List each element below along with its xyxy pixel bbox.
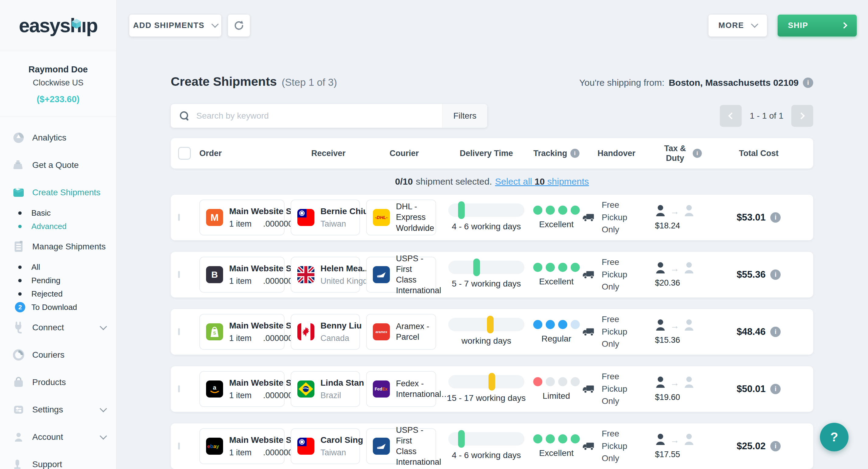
- receiver-card[interactable]: Linda Stan Brazil: [291, 371, 360, 407]
- total-cost: $25.02: [737, 441, 766, 452]
- add-shipments-button[interactable]: ADD SHIPMENTS: [129, 14, 221, 36]
- table-header: OrderReceiverCourierDelivery TimeTrackin…: [171, 138, 813, 168]
- header-checkbox-cell: [178, 147, 199, 160]
- receiver-card[interactable]: Benny Liu Canada: [291, 314, 360, 350]
- sidebar-item-account[interactable]: Account: [0, 423, 116, 451]
- search-input[interactable]: [196, 111, 442, 121]
- courier-card[interactable]: USPS - First Class International: [366, 428, 436, 464]
- bag-icon: [11, 375, 26, 389]
- tax-duty-cell: → $19.60: [651, 376, 712, 402]
- order-card[interactable]: a Main Website St… 1 item.0000002: [199, 371, 285, 407]
- chevron-left-icon: [728, 112, 735, 120]
- sidebar-item-to-download[interactable]: 2To Download: [0, 301, 116, 314]
- courier-name: Aramex - Parcel: [396, 322, 429, 341]
- row-checkbox[interactable]: [178, 442, 180, 449]
- shipment-row: M Main Website St… 1 item.0000002 Bernie…: [171, 195, 813, 240]
- courier-card[interactable]: -DHL- DHL - Express Worldwide: [366, 200, 436, 235]
- sidebar-item-label: Account: [32, 432, 101, 442]
- row-checkbox[interactable]: [178, 271, 180, 278]
- tracking-label: Limited: [542, 391, 570, 401]
- next-page-button[interactable]: [791, 105, 813, 127]
- courier-icon: [11, 348, 26, 362]
- prev-page-button[interactable]: [720, 105, 742, 127]
- selection-band: 0/10 shipment selected. Select all 10 sh…: [171, 168, 813, 195]
- ship-button[interactable]: SHIP: [778, 14, 857, 36]
- search-row: Filters 1 - 1 of 1: [171, 104, 813, 128]
- courier-cell: USPS - First Class International: [366, 257, 442, 293]
- delivery-progress: [448, 261, 524, 274]
- column-header-handover: Handover: [582, 149, 651, 158]
- user-info: Raymond Doe Clockwise US ($+233.60): [0, 51, 116, 117]
- row-checkbox[interactable]: [178, 214, 180, 221]
- courier-card[interactable]: aramex Aramex - Parcel: [366, 314, 436, 350]
- item-count: 1 item: [229, 276, 252, 286]
- row-checkbox[interactable]: [178, 328, 180, 335]
- info-icon[interactable]: i: [770, 441, 781, 451]
- filters-button[interactable]: Filters: [442, 104, 487, 128]
- tax-duty-cell: → $20.36: [651, 262, 712, 288]
- payer-icon: [655, 319, 666, 332]
- total-cost: $48.46: [737, 326, 766, 337]
- sidebar-item-get-a-quote[interactable]: Get a Quote: [0, 152, 116, 179]
- sidebar-item-basic[interactable]: Basic: [0, 206, 116, 220]
- courier-card[interactable]: FedEx Fedex - International…: [366, 371, 436, 407]
- order-card[interactable]: ebay Main Website St… 1 item.0000002: [199, 428, 285, 464]
- select-all-checkbox[interactable]: [178, 147, 191, 160]
- row-checkbox[interactable]: [178, 386, 180, 392]
- order-card[interactable]: M Main Website St… 1 item.0000002: [199, 200, 285, 235]
- count-badge: 2: [15, 302, 25, 312]
- quote-icon: [11, 158, 26, 172]
- column-header-total: Total Cost: [712, 149, 806, 158]
- sliders-icon: [11, 403, 26, 417]
- sidebar-item-rejected[interactable]: Rejected: [0, 287, 116, 301]
- order-card[interactable]: S Main Website St… 1 item.0000002: [199, 314, 285, 350]
- sidebar-item-connect[interactable]: Connect: [0, 314, 116, 341]
- sidebar-item-settings[interactable]: Settings: [0, 396, 116, 423]
- sidebar-item-support[interactable]: Support: [0, 451, 116, 469]
- receiver-payer-icon: [684, 319, 694, 332]
- receiver-card[interactable]: Helen Mea.. United Kingdom: [291, 257, 360, 293]
- info-icon[interactable]: i: [803, 77, 813, 88]
- tax-value: $20.36: [655, 278, 680, 288]
- sidebar-item-all[interactable]: All: [0, 260, 116, 274]
- courier-card[interactable]: USPS - First Class International: [366, 257, 436, 293]
- select-all-link[interactable]: Select all 10 shipments: [495, 176, 589, 187]
- receiver-payer-icon: [684, 433, 694, 447]
- delivery-text: 15 - 17 working days: [447, 393, 526, 403]
- total-cost-cell: $53.01 i: [712, 212, 806, 223]
- column-header-tax: Tax & Dutyi: [651, 143, 712, 163]
- info-icon[interactable]: i: [570, 149, 580, 158]
- sidebar-item-couriers[interactable]: Couriers: [0, 341, 116, 369]
- refresh-button[interactable]: [228, 14, 250, 36]
- more-button[interactable]: MORE: [709, 14, 767, 36]
- info-icon[interactable]: i: [693, 149, 702, 158]
- logo-area: easyshıp: [0, 0, 116, 51]
- info-icon[interactable]: i: [770, 327, 781, 337]
- column-header-tracking: Trackingi: [530, 149, 582, 158]
- checkbox-cell: [178, 386, 199, 392]
- sidebar-item-label: Get a Quote: [32, 160, 106, 170]
- receiver-country: Taiwan: [320, 448, 353, 458]
- info-icon[interactable]: i: [770, 269, 781, 280]
- help-button[interactable]: ?: [820, 423, 848, 451]
- user-balance[interactable]: ($+233.60): [3, 94, 113, 104]
- bigcommerce-icon: B: [206, 266, 223, 283]
- sidebar-item-manage-shipments[interactable]: Manage Shipments: [0, 233, 116, 260]
- sidebar-item-analytics[interactable]: Analytics: [0, 124, 116, 152]
- sidebar-subitem-label: All: [31, 263, 40, 272]
- info-icon[interactable]: i: [770, 384, 781, 394]
- sidebar-item-advanced[interactable]: Advanced: [0, 220, 116, 233]
- order-card[interactable]: B Main Website St… 1 item.0000002: [199, 257, 285, 293]
- sidebar-item-pending[interactable]: Pending: [0, 274, 116, 287]
- sidebar-item-products[interactable]: Products: [0, 369, 116, 396]
- receiver-card[interactable]: Carol Sing Taiwan: [291, 428, 360, 464]
- topbar: ADD SHIPMENTS MORE SHIP: [117, 0, 868, 51]
- delivery-cell: 5 - 7 working days: [442, 261, 530, 289]
- sidebar-item-create-shipments[interactable]: Create Shipments: [0, 179, 116, 206]
- info-icon[interactable]: i: [770, 212, 781, 223]
- chevron-down-icon: [211, 21, 219, 28]
- receiver-card[interactable]: Bernie Chiu Taiwan: [291, 200, 360, 235]
- checkbox-cell: [178, 215, 199, 220]
- tax-duty-cell: → $18.24: [651, 205, 712, 231]
- checkbox-cell: [178, 272, 199, 277]
